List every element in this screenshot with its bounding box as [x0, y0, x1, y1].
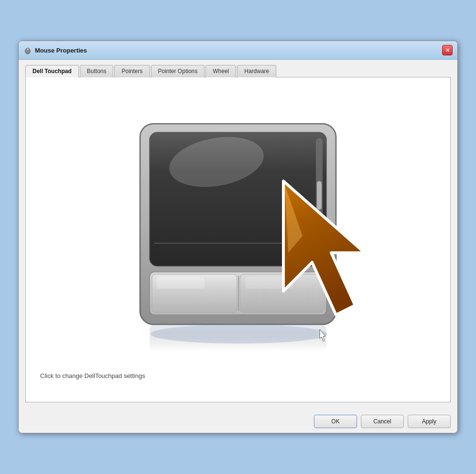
dialog-body: Dell Touchpad Buttons Pointers Pointer O…	[19, 60, 457, 409]
svg-point-3	[27, 48, 29, 50]
touchpad-graphic	[102, 109, 374, 363]
svg-rect-9	[317, 181, 322, 210]
touchpad-svg	[102, 109, 374, 363]
touchpad-image-area: Click to change DellTouchpad settings	[35, 87, 441, 392]
tab-pointers[interactable]: Pointers	[114, 65, 150, 77]
tab-wheel[interactable]: Wheel	[206, 65, 236, 77]
apply-button[interactable]: Apply	[408, 415, 451, 428]
tab-dell-touchpad[interactable]: Dell Touchpad	[25, 65, 79, 77]
buttons-row: OK Cancel Apply	[19, 409, 457, 433]
close-button[interactable]: ✕	[442, 45, 453, 55]
svg-rect-15	[157, 277, 205, 289]
tabs-row: Dell Touchpad Buttons Pointers Pointer O…	[25, 65, 451, 77]
tab-pointer-options[interactable]: Pointer Options	[151, 65, 205, 77]
tab-buttons[interactable]: Buttons	[80, 65, 114, 77]
mouse-icon	[23, 46, 32, 54]
title-bar: Mouse Properties ✕	[19, 41, 457, 60]
tab-hardware[interactable]: Hardware	[237, 65, 276, 77]
title-bar-left: Mouse Properties	[23, 46, 87, 54]
cancel-button[interactable]: Cancel	[361, 415, 404, 428]
svg-rect-18	[150, 324, 326, 351]
window-title: Mouse Properties	[35, 47, 87, 54]
click-hint: Click to change DellTouchpad settings	[40, 372, 145, 379]
tab-content-dell-touchpad[interactable]: Click to change DellTouchpad settings	[25, 77, 451, 402]
ok-button[interactable]: OK	[314, 415, 357, 428]
mouse-properties-dialog: Mouse Properties ✕ Dell Touchpad Buttons…	[18, 41, 458, 433]
